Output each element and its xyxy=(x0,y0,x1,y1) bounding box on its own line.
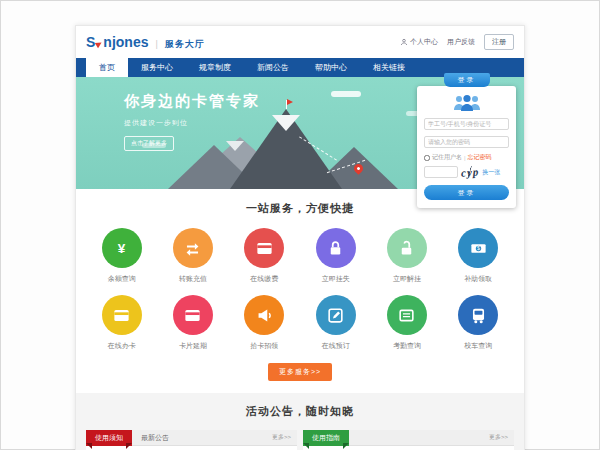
service-school-bus-query[interactable]: 校车查询 xyxy=(443,295,514,351)
guide-tabbar: 使用指南 更多>> xyxy=(303,430,514,446)
user-icon xyxy=(400,38,408,46)
username-input[interactable] xyxy=(424,118,509,130)
nav-item-service-center[interactable]: 服务中心 xyxy=(128,58,186,77)
login-tab[interactable]: 登录 xyxy=(444,73,490,87)
edit-icon xyxy=(316,295,356,335)
service-grid: ¥余额查询 转账充值 在线缴费 立即挂失 立即解挂 $补助领取 在线办卡 卡片延… xyxy=(86,228,514,351)
notice-panel: 使用须知 最新公告 更多>> xyxy=(86,430,297,450)
unlock-icon xyxy=(387,228,427,268)
announcements-section: 活动公告，随时知晓 使用须知 最新公告 更多>> 使用指南 更多>> xyxy=(76,393,524,450)
announcements-title: 活动公告，随时知晓 xyxy=(86,404,514,419)
service-report-loss[interactable]: 立即挂失 xyxy=(300,228,371,284)
hero-subtitle: 提供建设一步到位 xyxy=(124,118,260,128)
banknote-icon: $ xyxy=(458,228,498,268)
yen-icon: ¥ xyxy=(102,228,142,268)
captcha-row: cyp 换一张 xyxy=(424,166,509,178)
header-links: 个人中心 用户反馈 注册 xyxy=(400,34,514,50)
service-online-booking[interactable]: 在线预订 xyxy=(300,295,371,351)
forgot-password-link[interactable]: 忘记密码 xyxy=(468,153,492,162)
logo[interactable]: S njones | 服务大厅 xyxy=(86,34,205,51)
svg-text:¥: ¥ xyxy=(118,241,126,256)
card-icon xyxy=(102,295,142,335)
service-found-card-claim[interactable]: 拾卡招领 xyxy=(229,295,300,351)
service-online-payment[interactable]: 在线缴费 xyxy=(229,228,300,284)
megaphone-icon xyxy=(244,295,284,335)
logo-arrow-icon xyxy=(95,39,103,47)
logo-text-right: njones xyxy=(103,34,148,50)
tab-latest-announcements[interactable]: 最新公告 xyxy=(141,433,169,443)
nav-item-home[interactable]: 首页 xyxy=(86,58,128,77)
password-input[interactable] xyxy=(424,136,509,148)
hero-title: 你身边的卡管专家 xyxy=(124,92,260,111)
svg-text:$: $ xyxy=(477,245,480,251)
services-section: 一站服务，方便快捷 ¥余额查询 转账充值 在线缴费 立即挂失 立即解挂 $补助领… xyxy=(76,189,524,393)
guide-panel: 使用指南 更多>> xyxy=(303,430,514,450)
guide-panel-body xyxy=(303,446,514,450)
nav-item-help-center[interactable]: 帮助中心 xyxy=(302,58,360,77)
logo-text-left: S xyxy=(86,34,95,50)
user-feedback-link[interactable]: 用户反馈 xyxy=(447,37,475,47)
nav-item-related-links[interactable]: 相关链接 xyxy=(360,58,418,77)
notice-tabbar: 使用须知 最新公告 更多>> xyxy=(86,430,297,446)
captcha-image[interactable]: cyp xyxy=(461,165,480,178)
tab-usage-notice[interactable]: 使用须知 xyxy=(86,430,132,446)
service-cancel-loss[interactable]: 立即解挂 xyxy=(371,228,442,284)
change-captcha-link[interactable]: 换一张 xyxy=(482,168,500,177)
list-icon xyxy=(387,295,427,335)
card-icon xyxy=(173,295,213,335)
lock-icon xyxy=(316,228,356,268)
portal-page: S njones | 服务大厅 个人中心 用户反馈 注册 首页 服务中心 xyxy=(75,25,525,450)
notice-more-link[interactable]: 更多>> xyxy=(272,433,291,442)
transfer-icon xyxy=(173,228,213,268)
more-services-button[interactable]: 更多服务>> xyxy=(268,363,332,381)
hero-banner: 你身边的卡管专家 提供建设一步到位 点击了解更多 登录 记住用户名 | xyxy=(76,77,524,189)
nav-item-rules[interactable]: 规章制度 xyxy=(186,58,244,77)
service-transfer-recharge[interactable]: 转账充值 xyxy=(157,228,228,284)
card-icon xyxy=(244,228,284,268)
header: S njones | 服务大厅 个人中心 用户反馈 注册 xyxy=(76,26,524,58)
guide-more-link[interactable]: 更多>> xyxy=(489,433,508,442)
service-balance-inquiry[interactable]: ¥余额查询 xyxy=(86,228,157,284)
cloud-icon xyxy=(331,91,361,97)
service-subsidy-collect[interactable]: $补助领取 xyxy=(443,228,514,284)
login-button[interactable]: 登录 xyxy=(424,185,509,200)
login-panel: 登录 记住用户名 | 忘记密码 cyp 换一张 xyxy=(417,86,516,208)
service-card-extension[interactable]: 卡片延期 xyxy=(157,295,228,351)
announcement-panels: 使用须知 最新公告 更多>> 使用指南 更多>> xyxy=(86,430,514,450)
register-button[interactable]: 注册 xyxy=(484,34,514,50)
snow-cap xyxy=(272,115,300,131)
bus-icon xyxy=(458,295,498,335)
personal-center-link[interactable]: 个人中心 xyxy=(400,37,438,47)
remember-checkbox[interactable] xyxy=(424,155,430,161)
hero-copy: 你身边的卡管专家 提供建设一步到位 点击了解更多 xyxy=(124,92,260,151)
flag-icon xyxy=(287,99,293,105)
tab-user-guide[interactable]: 使用指南 xyxy=(303,430,349,446)
login-options: 记住用户名 | 忘记密码 xyxy=(424,153,509,162)
service-online-card-apply[interactable]: 在线办卡 xyxy=(86,295,157,351)
portal-name: 服务大厅 xyxy=(165,38,205,51)
notice-panel-body xyxy=(86,446,297,450)
screenshot-frame: S njones | 服务大厅 个人中心 用户反馈 注册 首页 服务中心 xyxy=(0,0,600,450)
captcha-input[interactable] xyxy=(424,166,458,178)
logo-divider: | xyxy=(155,39,157,49)
service-attendance-query[interactable]: 考勤查询 xyxy=(371,295,442,351)
hero-more-button[interactable]: 点击了解更多 xyxy=(124,136,174,151)
nav-item-news[interactable]: 新闻公告 xyxy=(244,58,302,77)
users-icon xyxy=(451,94,483,111)
remember-label: 记住用户名 xyxy=(432,153,462,162)
